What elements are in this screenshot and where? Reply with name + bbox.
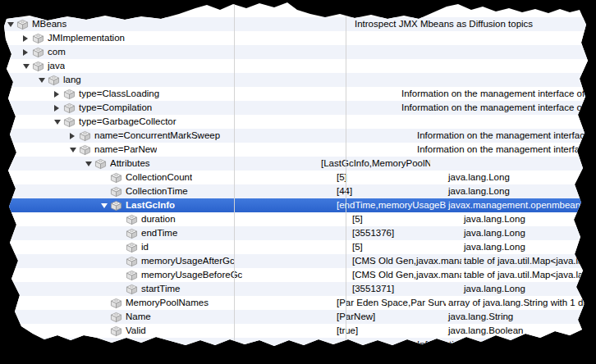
tree-cell-type: java.lang.String bbox=[446, 310, 596, 324]
screenshot-stage: MBeans Introspect JMX Mbeans as Diffusio… bbox=[0, 0, 596, 364]
mbean-icon bbox=[126, 242, 138, 253]
tree-row-JMImplementation[interactable]: JMImplementation bbox=[0, 31, 596, 45]
tree-cell-type: java.lang.Long bbox=[461, 282, 596, 296]
tree-cell-type bbox=[368, 59, 596, 73]
tree-cell-name: type=Compilation bbox=[0, 101, 287, 115]
tree-row-Valid[interactable]: Valid [true] java.lang.Boolean bbox=[0, 324, 596, 338]
tree-row-label: CollectionCount bbox=[126, 171, 192, 184]
tree-row-label: MemoryPoolNames bbox=[126, 296, 209, 310]
tree-row-java[interactable]: java bbox=[0, 59, 596, 73]
disclosure-triangle-icon[interactable] bbox=[84, 157, 94, 171]
tree-row-type-ClassLoading[interactable]: type=ClassLoading Information on the man… bbox=[0, 87, 596, 101]
disclosure-triangle-icon[interactable] bbox=[68, 143, 79, 157]
tree-row-type-Compilation[interactable]: type=Compilation Information on the mana… bbox=[0, 101, 596, 115]
tree-cell-type: Information on the management interface … bbox=[415, 129, 596, 143]
mbean-icon bbox=[110, 325, 122, 337]
tree-row-LastGcInfo[interactable]: LastGcInfo [endTime,memoryUsageB javax.m… bbox=[0, 198, 596, 212]
mbean-icon bbox=[32, 33, 44, 44]
tree-row-label: name=ConcurrentMarkSweep bbox=[94, 129, 220, 143]
tree-row-memoryUsageBeforeGc[interactable]: memoryUsageBeforeGc [CMS Old Gen,javax.m… bbox=[0, 268, 596, 282]
tree-cell-type bbox=[399, 115, 596, 129]
disclosure-triangle-icon[interactable] bbox=[53, 115, 63, 129]
mbean-icon bbox=[126, 270, 138, 281]
tree-row-name-ConcurrentMarkSweep[interactable]: name=ConcurrentMarkSweep Information on … bbox=[0, 129, 596, 143]
tree-row-endTime[interactable]: endTime [3551376] java.lang.Long bbox=[0, 226, 596, 240]
tree-cell-name: CollectionCount bbox=[0, 171, 334, 184]
mbean-icon bbox=[79, 144, 91, 156]
mbean-icon bbox=[110, 312, 122, 323]
tree-cell-type bbox=[383, 73, 596, 87]
tree-cell-type: javax.management.openmbean.CompositeData bbox=[446, 198, 596, 212]
tree-row-label: endTime bbox=[141, 226, 177, 240]
tree-row-label: memoryUsageAfterGc bbox=[141, 254, 235, 268]
mbean-icon bbox=[48, 75, 60, 86]
tree-row-lang[interactable]: lang bbox=[0, 73, 596, 87]
column-divider-name-value[interactable] bbox=[234, 0, 235, 364]
tree-row-com[interactable]: com bbox=[0, 45, 596, 59]
tree-row-partial-bottom[interactable]: Information on the management interface … bbox=[0, 338, 596, 352]
tree-cell-value bbox=[303, 338, 415, 352]
disclosure-triangle-icon[interactable] bbox=[37, 73, 48, 87]
tree-cell-name: CollectionTime bbox=[0, 184, 334, 198]
mbean-icon bbox=[79, 130, 91, 142]
tree-cell-value bbox=[272, 73, 383, 87]
tree-cell-name: type=ClassLoading bbox=[0, 87, 287, 101]
disclosure-triangle-icon[interactable] bbox=[53, 87, 63, 101]
tree-cell-value: [44] bbox=[334, 184, 446, 198]
disclosure-triangle-icon[interactable] bbox=[68, 338, 79, 352]
tree-cell-value bbox=[287, 87, 399, 101]
tree-cell-name: name=ConcurrentMarkSweep bbox=[0, 129, 303, 143]
tree-row-label: name=ParNew bbox=[94, 143, 157, 157]
tree-row-label: Valid bbox=[126, 324, 146, 338]
tree-row-label: MBeans bbox=[32, 17, 66, 31]
tree-row-CollectionCount[interactable]: CollectionCount [5] java.lang.Long bbox=[0, 171, 596, 184]
tree-row-label: lang bbox=[63, 73, 81, 87]
tree-cell-name bbox=[0, 338, 303, 352]
tree-cell-value: [endTime,memoryUsageB bbox=[334, 198, 446, 212]
tree-cell-value: [5] bbox=[334, 171, 446, 184]
tree-row-label: memoryUsageBeforeGc bbox=[141, 268, 242, 282]
tree-row-type-GarbageCollector[interactable]: type=GarbageCollector bbox=[0, 115, 596, 129]
tree-row-label: type=Compilation bbox=[79, 101, 152, 115]
disclosure-triangle-icon[interactable] bbox=[99, 198, 110, 212]
tree-cell-type: java.lang.Boolean bbox=[446, 324, 596, 338]
disclosure-triangle-icon[interactable] bbox=[53, 101, 63, 115]
tree-row-MBeans[interactable]: MBeans Introspect JMX Mbeans as Diffusio… bbox=[0, 17, 596, 31]
tree-cell-value: [Par Eden Space,Par Survi bbox=[334, 296, 446, 310]
mbean-icon bbox=[63, 89, 76, 100]
tree-row-startTime[interactable]: startTime [3551371] java.lang.Long bbox=[0, 282, 596, 296]
tree-cell-value bbox=[287, 101, 399, 115]
disclosure-triangle-icon[interactable] bbox=[21, 59, 32, 73]
mbean-icon bbox=[110, 200, 122, 212]
column-divider-value-type[interactable] bbox=[346, 0, 346, 364]
tree-row-label: type=ClassLoading bbox=[79, 87, 159, 101]
tree-cell-name: name=ParNew bbox=[0, 143, 303, 157]
tree-row-Name[interactable]: Name [ParNew] java.lang.String bbox=[0, 310, 596, 324]
tree-row-label: id bbox=[141, 240, 149, 254]
tree-row-label: startTime bbox=[141, 282, 181, 296]
tree-cell-name: memoryUsageAfterGc bbox=[0, 254, 350, 268]
tree-cell-value bbox=[287, 115, 399, 129]
disclosure-triangle-icon[interactable] bbox=[21, 45, 32, 59]
tree-cell-value: [5] bbox=[350, 212, 461, 226]
tree-cell-type: table of java.util.Map<java.lang.String,… bbox=[461, 254, 596, 268]
tree-cell-value bbox=[256, 59, 368, 73]
tree-row-Attributes[interactable]: Attributes [LastGcInfo,MemoryPoolN bbox=[0, 157, 596, 171]
tree-cell-type: java.lang.Long bbox=[446, 171, 596, 184]
mbean-icon bbox=[63, 102, 76, 114]
tree-row-label: duration bbox=[141, 212, 176, 226]
tree-row-memoryUsageAfterGc[interactable]: memoryUsageAfterGc [CMS Old Gen,javax.ma… bbox=[0, 254, 596, 268]
tree-row-CollectionTime[interactable]: CollectionTime [44] java.lang.Long bbox=[0, 184, 596, 198]
tree-row-name-ParNew[interactable]: name=ParNew Information on the managemen… bbox=[0, 143, 596, 157]
disclosure-triangle-icon[interactable] bbox=[68, 129, 79, 143]
tree-row-duration[interactable]: duration [5] java.lang.Long bbox=[0, 212, 596, 226]
tree-row-MemoryPoolNames[interactable]: MemoryPoolNames [Par Eden Space,Par Surv… bbox=[0, 296, 596, 310]
tree-row-id[interactable]: id [5] java.lang.Long bbox=[0, 240, 596, 254]
mbean-icon bbox=[110, 186, 122, 198]
mbean-icon bbox=[126, 228, 138, 239]
disclosure-triangle-icon[interactable] bbox=[6, 17, 16, 31]
tree-cell-type: java.lang.Long bbox=[461, 212, 596, 226]
tree-cell-name: LastGcInfo bbox=[0, 198, 334, 212]
tree-cell-name: startTime bbox=[0, 282, 350, 296]
disclosure-triangle-icon[interactable] bbox=[21, 31, 32, 45]
